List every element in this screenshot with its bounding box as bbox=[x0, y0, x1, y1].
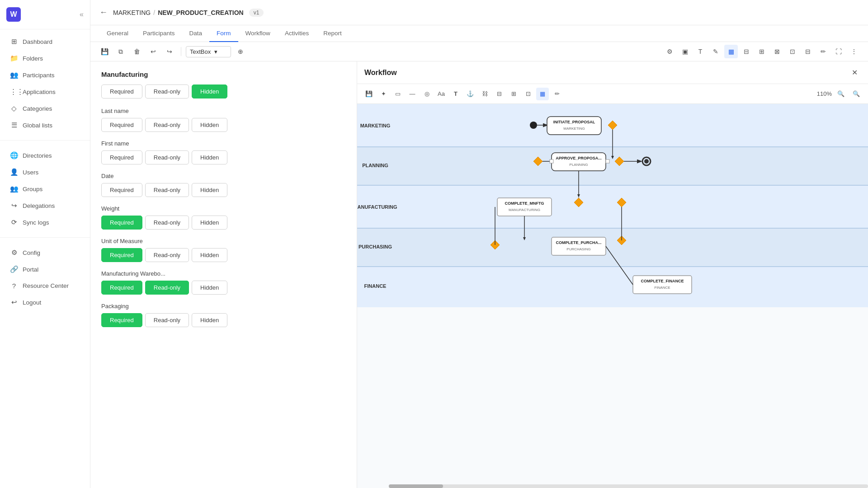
merge-icon[interactable]: ⊠ bbox=[770, 45, 784, 58]
copy-button[interactable]: ⧉ bbox=[114, 45, 127, 58]
weight-required-btn[interactable]: Required bbox=[101, 216, 142, 230]
last-name-readonly-btn[interactable]: Read-only bbox=[145, 118, 189, 132]
section-hidden-btn[interactable]: Hidden bbox=[192, 84, 227, 99]
participants-icon: 👥 bbox=[10, 71, 18, 79]
horizontal-scrollbar[interactable] bbox=[389, 484, 868, 488]
zoom-out-button[interactable]: 🔍 bbox=[835, 88, 847, 100]
scrollbar-thumb[interactable] bbox=[389, 484, 443, 488]
svg-marker-23 bbox=[533, 157, 542, 166]
date-required-btn[interactable]: Required bbox=[101, 183, 142, 197]
tab-activities[interactable]: Activities bbox=[278, 25, 316, 42]
wf-columns-icon[interactable]: ⊡ bbox=[522, 88, 534, 100]
sidebar-item-sync-logs[interactable]: ⟳ Sync logs bbox=[3, 214, 87, 230]
wf-table-icon[interactable]: ⊞ bbox=[507, 88, 520, 100]
save-button[interactable]: 💾 bbox=[98, 45, 111, 58]
mfg-warehouse-hidden-btn[interactable]: Hidden bbox=[192, 281, 227, 295]
first-name-required-btn[interactable]: Required bbox=[101, 150, 142, 164]
weight-readonly-btn[interactable]: Read-only bbox=[145, 216, 189, 230]
sidebar-item-label: Folders bbox=[23, 55, 43, 62]
sidebar-item-categories[interactable]: ◇ Categories bbox=[3, 100, 87, 117]
mfg-warehouse-readonly-btn[interactable]: Read-only bbox=[145, 281, 189, 295]
sidebar-item-directories[interactable]: 🌐 Directories bbox=[3, 147, 87, 164]
date-hidden-btn[interactable]: Hidden bbox=[192, 183, 227, 197]
textbox-selector[interactable]: TextBox ▾ bbox=[186, 46, 231, 57]
sidebar-item-portal[interactable]: 🔗 Portal bbox=[3, 261, 87, 277]
unit-readonly-btn[interactable]: Read-only bbox=[145, 248, 189, 262]
sidebar-item-users[interactable]: 👤 Users bbox=[3, 164, 87, 180]
wf-grid-icon[interactable]: ▦ bbox=[536, 88, 549, 100]
back-button[interactable]: ← bbox=[99, 8, 108, 17]
first-name-readonly-btn[interactable]: Read-only bbox=[145, 150, 189, 164]
section-required-btn[interactable]: Required bbox=[101, 84, 142, 99]
tab-report[interactable]: Report bbox=[316, 25, 349, 42]
field-weight: Weight Required Read-only Hidden bbox=[101, 205, 346, 230]
date-readonly-btn[interactable]: Read-only bbox=[145, 183, 189, 197]
tab-workflow[interactable]: Workflow bbox=[238, 25, 278, 42]
wf-save-icon[interactable]: 💾 bbox=[363, 88, 375, 100]
add-field-button[interactable]: ⊕ bbox=[234, 45, 247, 58]
weight-hidden-btn[interactable]: Hidden bbox=[192, 216, 227, 230]
wf-cursor-icon[interactable]: ✦ bbox=[377, 88, 390, 100]
sidebar-item-applications[interactable]: ⋮⋮ Applications bbox=[3, 84, 87, 100]
split-icon[interactable]: ⊡ bbox=[786, 45, 799, 58]
sidebar-item-dashboard[interactable]: ⊞ Dashboard bbox=[3, 33, 87, 50]
sidebar-item-resource-center[interactable]: ? Resource Center bbox=[3, 278, 87, 294]
wf-anchor-icon[interactable]: ⚓ bbox=[464, 88, 476, 100]
text-icon[interactable]: T bbox=[693, 45, 707, 58]
svg-text:FINANCE: FINANCE bbox=[364, 283, 387, 289]
tab-form[interactable]: Form bbox=[209, 25, 238, 42]
redo-button[interactable]: ↪ bbox=[163, 45, 176, 58]
unit-hidden-btn[interactable]: Hidden bbox=[192, 248, 227, 262]
section-readonly-btn[interactable]: Read-only bbox=[145, 84, 189, 99]
wf-circle-icon[interactable]: ◎ bbox=[420, 88, 433, 100]
svg-rect-1 bbox=[357, 147, 868, 185]
fullscreen-icon[interactable]: ⛶ bbox=[832, 45, 845, 58]
settings-icon[interactable]: ⚙ bbox=[663, 45, 676, 58]
svg-text:MARKETING: MARKETING bbox=[563, 127, 585, 131]
field-buttons-date: Required Read-only Hidden bbox=[101, 183, 346, 197]
sidebar-item-config[interactable]: ⚙ Config bbox=[3, 244, 87, 261]
config-icon: ⚙ bbox=[10, 249, 18, 257]
field-buttons-mfg-warehouse: Required Read-only Hidden bbox=[101, 281, 346, 295]
more-icon[interactable]: ⋮ bbox=[847, 45, 861, 58]
portal-icon: 🔗 bbox=[10, 265, 18, 273]
table-icon[interactable]: ⊟ bbox=[801, 45, 815, 58]
first-name-hidden-btn[interactable]: Hidden bbox=[192, 150, 227, 164]
sidebar-item-delegations[interactable]: ↪ Delegations bbox=[3, 197, 87, 214]
tab-data[interactable]: Data bbox=[182, 25, 210, 42]
svg-rect-28 bbox=[550, 160, 553, 163]
sidebar-item-global-lists[interactable]: ☰ Global lists bbox=[3, 117, 87, 133]
wf-rect-icon[interactable]: ▭ bbox=[392, 88, 404, 100]
wf-text-icon[interactable]: Aa bbox=[435, 88, 448, 100]
wf-swimlane-icon[interactable]: ⊟ bbox=[493, 88, 505, 100]
svg-rect-39 bbox=[497, 198, 552, 216]
edit-icon[interactable]: ✏ bbox=[816, 45, 830, 58]
collapse-sidebar-button[interactable]: « bbox=[80, 10, 84, 19]
pencil-icon[interactable]: ✎ bbox=[709, 45, 722, 58]
grid-icon[interactable]: ▦ bbox=[724, 45, 738, 58]
sidebar-item-groups[interactable]: 👥 Groups bbox=[3, 181, 87, 197]
sidebar-item-logout[interactable]: ↩ Logout bbox=[3, 294, 87, 310]
wf-bold-icon[interactable]: T bbox=[449, 88, 462, 100]
wf-edit-icon[interactable]: ✏ bbox=[551, 88, 563, 100]
last-name-required-btn[interactable]: Required bbox=[101, 118, 142, 132]
delete-button[interactable]: 🗑 bbox=[130, 45, 144, 58]
unit-required-btn[interactable]: Required bbox=[101, 248, 142, 262]
tab-participants[interactable]: Participants bbox=[136, 25, 182, 42]
columns-icon[interactable]: ⊟ bbox=[740, 45, 753, 58]
zoom-in-button[interactable]: 🔍 bbox=[850, 88, 863, 100]
layout-icon[interactable]: ▣ bbox=[678, 45, 692, 58]
tab-general[interactable]: General bbox=[99, 25, 136, 42]
last-name-hidden-btn[interactable]: Hidden bbox=[192, 118, 227, 132]
wf-line-icon[interactable]: — bbox=[406, 88, 419, 100]
undo-button[interactable]: ↩ bbox=[146, 45, 160, 58]
packaging-required-btn[interactable]: Required bbox=[101, 313, 142, 327]
sidebar-item-participants[interactable]: 👥 Participants bbox=[3, 67, 87, 83]
packaging-hidden-btn[interactable]: Hidden bbox=[192, 313, 227, 327]
packaging-readonly-btn[interactable]: Read-only bbox=[145, 313, 189, 327]
workflow-close-button[interactable]: ✕ bbox=[848, 66, 861, 79]
rows-icon[interactable]: ⊞ bbox=[755, 45, 769, 58]
mfg-warehouse-required-btn[interactable]: Required bbox=[101, 281, 142, 295]
wf-link-icon[interactable]: ⛓ bbox=[478, 88, 491, 100]
sidebar-item-folders[interactable]: 📁 Folders bbox=[3, 50, 87, 66]
